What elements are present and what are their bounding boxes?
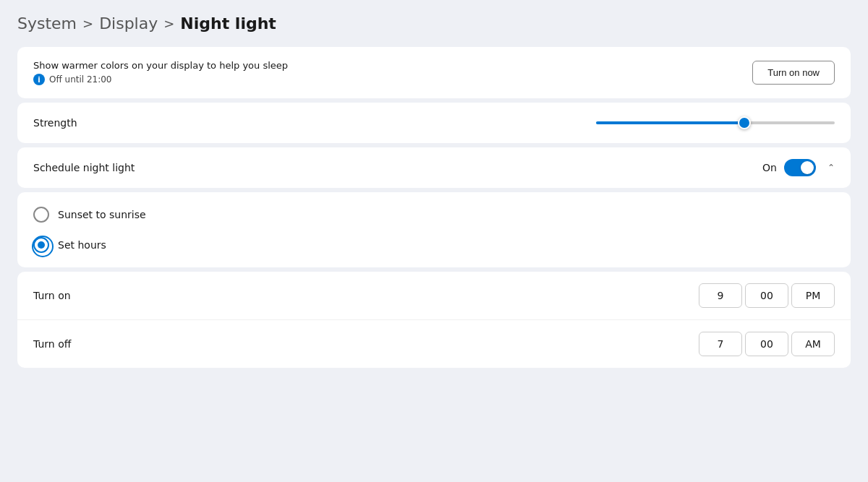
schedule-state-label: On (762, 162, 777, 173)
breadcrumb-sep2: > (163, 16, 174, 31)
turn-on-row: Turn on 9 00 PM (17, 272, 851, 320)
turn-off-minute[interactable]: 00 (745, 332, 788, 356)
radio-option-set-hours[interactable]: Set hours (33, 237, 835, 253)
radio-options-card: Sunset to sunrise Set hours (17, 192, 851, 267)
chevron-up-icon[interactable]: ⌃ (827, 163, 835, 173)
info-description: Show warmer colors on your display to he… (33, 60, 288, 71)
turn-off-ampm[interactable]: AM (791, 332, 835, 356)
radio-set-hours-label: Set hours (58, 239, 106, 251)
radio-sunset-label: Sunset to sunrise (58, 209, 146, 220)
strength-slider[interactable] (596, 121, 835, 124)
page-title: Night light (180, 14, 276, 33)
schedule-right: On ⌃ (762, 159, 835, 176)
turn-on-hour[interactable]: 9 (699, 283, 742, 308)
turn-on-ampm[interactable]: PM (791, 283, 835, 308)
info-card-left: Show warmer colors on your display to he… (33, 60, 288, 85)
radio-sunset[interactable] (33, 207, 49, 223)
radio-option-sunset[interactable]: Sunset to sunrise (33, 207, 835, 223)
turn-on-minute[interactable]: 00 (745, 283, 788, 308)
toggle-thumb (801, 161, 814, 174)
schedule-label: Schedule night light (33, 162, 135, 173)
time-section: Turn on 9 00 PM Turn off 7 00 AM (17, 272, 851, 368)
schedule-toggle[interactable] (784, 159, 816, 176)
status-row: i Off until 21:00 (33, 74, 288, 85)
turn-on-fields: 9 00 PM (699, 283, 835, 308)
slider-thumb[interactable] (738, 116, 751, 129)
strength-slider-container (596, 121, 835, 124)
turn-off-hour[interactable]: 7 (699, 332, 742, 356)
turn-on-label: Turn on (33, 290, 71, 301)
turn-off-label: Turn off (33, 338, 71, 350)
schedule-card: Schedule night light On ⌃ (17, 147, 851, 188)
info-card: Show warmer colors on your display to he… (17, 47, 851, 98)
strength-card: Strength (17, 103, 851, 143)
strength-label: Strength (33, 117, 77, 129)
turn-off-fields: 7 00 AM (699, 332, 835, 356)
status-text: Off until 21:00 (49, 74, 112, 85)
info-icon: i (33, 74, 45, 85)
radio-set-hours[interactable] (33, 237, 49, 253)
breadcrumb: System > Display > Night light (17, 14, 851, 33)
turn-on-button[interactable]: Turn on now (752, 61, 835, 85)
breadcrumb-sep1: > (82, 16, 93, 31)
breadcrumb-display[interactable]: Display (99, 14, 158, 33)
turn-off-row: Turn off 7 00 AM (17, 320, 851, 368)
breadcrumb-system[interactable]: System (17, 14, 77, 33)
